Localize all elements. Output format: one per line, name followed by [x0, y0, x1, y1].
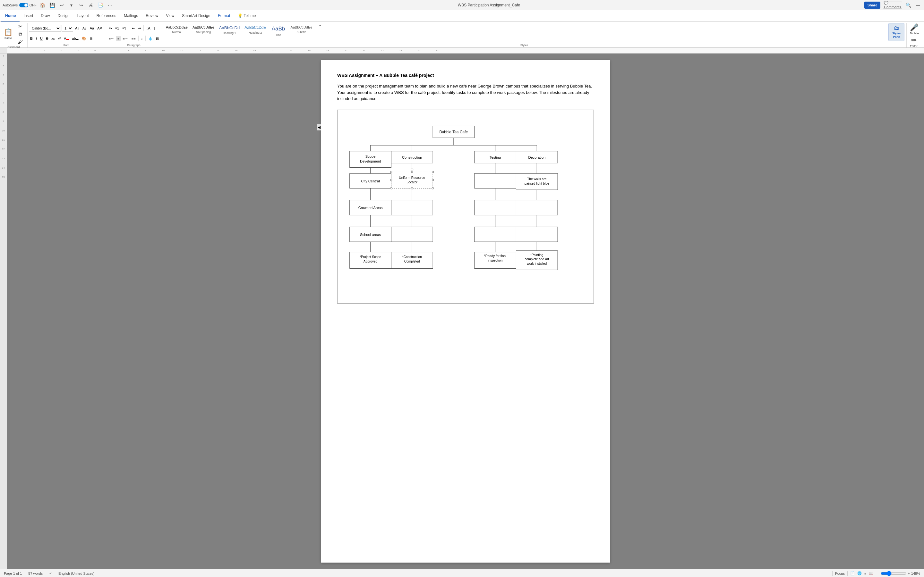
view-web-icon[interactable]: 🌐: [857, 571, 862, 575]
search-icon[interactable]: 🔍: [905, 2, 912, 9]
ribbon-content: 📋 Paste ✂ ⧉ 🖌 Clipboard Calibri (Bo... 1…: [0, 22, 924, 47]
redo-icon[interactable]: ↪: [78, 2, 85, 9]
dec3-rect[interactable]: [516, 227, 557, 242]
style-title[interactable]: AaBb Title: [269, 24, 288, 38]
line-spacing-button[interactable]: ↕: [140, 36, 144, 41]
paste-button[interactable]: 📋 Paste: [2, 25, 15, 43]
justify-button[interactable]: ≡≡: [130, 36, 137, 41]
tab-home[interactable]: Home: [1, 10, 19, 21]
cut-icon: ✂: [18, 24, 23, 29]
save-icon[interactable]: 💾: [49, 2, 56, 9]
borders2-button[interactable]: ⊟: [155, 36, 160, 41]
bullets-button[interactable]: ≡•: [107, 26, 113, 31]
align-right-button[interactable]: ≡→: [121, 36, 129, 41]
show-para-button[interactable]: ¶: [152, 26, 157, 31]
font-size-select[interactable]: 12: [61, 25, 73, 32]
clear-format-button[interactable]: A✕: [96, 26, 103, 31]
dec2-rect[interactable]: [516, 200, 557, 215]
style-no-spacing[interactable]: AaBbCcDdEe No Spacing: [190, 24, 216, 35]
svg-point-32: [432, 171, 434, 173]
tab-draw[interactable]: Draw: [37, 10, 53, 21]
construction-node-label: Construction: [402, 155, 422, 159]
wbs-collapse-button[interactable]: ◀: [337, 203, 338, 210]
autosave-control[interactable]: AutoSave OFF: [3, 3, 37, 7]
font-color-button[interactable]: A▬: [63, 36, 70, 41]
test1-rect[interactable]: [475, 173, 516, 188]
tab-layout[interactable]: Layout: [73, 10, 93, 21]
svg-point-33: [391, 179, 393, 181]
view-read-icon[interactable]: 📖: [869, 571, 873, 575]
italic-button[interactable]: I: [35, 36, 38, 41]
paste-label: Paste: [5, 37, 12, 40]
tab-references[interactable]: References: [93, 10, 120, 21]
document-area[interactable]: ◀ WBS Assignment – A Bubble Tea café pro…: [7, 53, 924, 569]
minimize-icon[interactable]: —: [914, 2, 921, 9]
tab-mailings[interactable]: Mailings: [120, 10, 142, 21]
shading2-button[interactable]: 💧: [147, 36, 154, 41]
view-normal-icon[interactable]: 📄: [850, 571, 855, 575]
change-case-button[interactable]: Aa: [89, 26, 95, 31]
align-left-button[interactable]: ≡←: [107, 36, 115, 41]
const2-rect[interactable]: [391, 200, 433, 215]
cut-button[interactable]: ✂: [15, 23, 25, 30]
styles-scroll-down[interactable]: ▾: [315, 24, 325, 27]
autosave-toggle[interactable]: [19, 3, 28, 7]
styles-pane-button[interactable]: 🗂 StylesPane: [888, 23, 905, 41]
bold-button[interactable]: B: [29, 36, 34, 41]
tab-smartart[interactable]: SmartArt Design: [178, 10, 214, 21]
increase-indent-button[interactable]: ⇥: [137, 26, 142, 31]
decrease-indent-button[interactable]: ⇤: [131, 26, 136, 31]
editor-button[interactable]: ✏ Editor: [908, 36, 919, 49]
tab-format[interactable]: Format: [214, 10, 234, 21]
strikethrough-button[interactable]: S: [45, 36, 49, 41]
font-shrink-button[interactable]: A↓: [81, 26, 88, 31]
superscript-button[interactable]: x²: [57, 36, 62, 41]
align-center-button[interactable]: ≡: [116, 36, 121, 41]
view-outline-icon[interactable]: ≡: [864, 572, 866, 575]
style-heading1[interactable]: AaBbCcDd Heading 1: [217, 24, 242, 36]
undo-dropdown-icon[interactable]: ▾: [68, 2, 75, 9]
print-icon[interactable]: 🖨: [87, 2, 94, 9]
home-icon[interactable]: 🏠: [39, 2, 46, 9]
tab-tellme[interactable]: 💡 Tell me: [234, 10, 260, 21]
style-normal[interactable]: AaBbCcDdEe Normal: [164, 24, 190, 35]
zoom-slider[interactable]: [881, 571, 906, 576]
tab-insert[interactable]: Insert: [19, 10, 37, 21]
zoom-in-button[interactable]: +: [908, 572, 909, 575]
font-family-select[interactable]: Calibri (Bo...: [29, 25, 61, 32]
svg-point-36: [411, 187, 413, 189]
share-button[interactable]: Share: [864, 2, 880, 9]
zoom-out-button[interactable]: —: [876, 572, 879, 575]
bookmark-icon[interactable]: 📑: [97, 2, 104, 9]
style-subtitle[interactable]: AaBbCcDdEe Subtitle: [288, 24, 315, 35]
numbering-button[interactable]: ≡1: [114, 26, 121, 31]
highlight-button[interactable]: ab▬: [71, 36, 79, 41]
zoom-control[interactable]: — + 148%: [876, 571, 920, 576]
format-painter-button[interactable]: 🖌: [15, 39, 25, 45]
multilevel-button[interactable]: ≡¶: [121, 26, 128, 31]
shading-button[interactable]: 🎨: [81, 36, 87, 41]
dictate-button[interactable]: 🎤 Dictate: [908, 23, 921, 36]
style-heading2[interactable]: AaBbCcDdE Heading 2: [242, 24, 268, 35]
sort-button[interactable]: ↕A: [145, 26, 152, 31]
test2-rect[interactable]: [475, 200, 516, 215]
spell-check-icon[interactable]: ✓: [49, 571, 52, 575]
const3-rect[interactable]: [391, 227, 433, 242]
borders-button[interactable]: ⊞: [88, 36, 94, 41]
tab-design[interactable]: Design: [53, 10, 73, 21]
undo-icon[interactable]: ↩: [58, 2, 65, 9]
underline-button[interactable]: U: [39, 36, 44, 41]
test3-rect[interactable]: [475, 227, 516, 242]
font-grow-button[interactable]: A↑: [74, 26, 81, 31]
left-margin: 234567 8910111213 1415: [0, 53, 7, 569]
style-normal-preview: AaBbCcDdEe: [166, 25, 188, 30]
crowded-label: Crowded Areas: [359, 206, 383, 210]
collapse-button[interactable]: ◀: [317, 124, 321, 131]
comments-button[interactable]: 💬 Comments: [883, 2, 902, 9]
subscript-button[interactable]: x₂: [50, 36, 56, 41]
copy-button[interactable]: ⧉: [15, 31, 25, 38]
more-icon[interactable]: ···: [107, 2, 113, 9]
focus-button[interactable]: Focus: [832, 571, 848, 576]
tab-view[interactable]: View: [162, 10, 178, 21]
tab-review[interactable]: Review: [142, 10, 162, 21]
